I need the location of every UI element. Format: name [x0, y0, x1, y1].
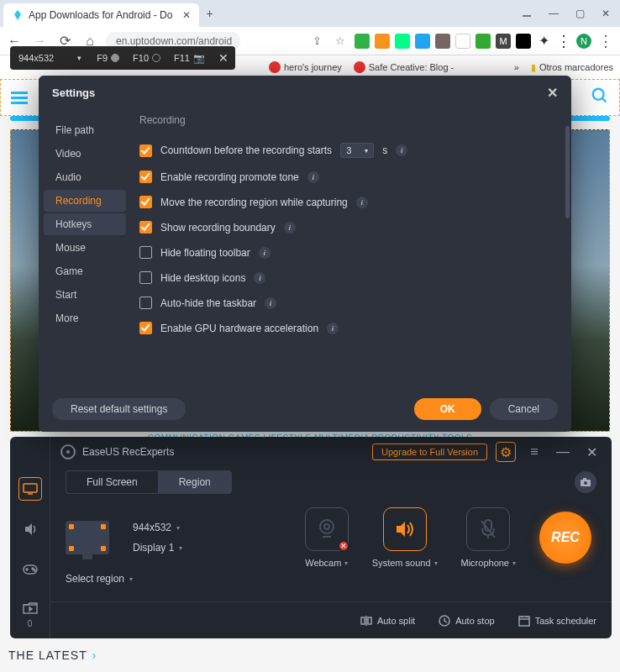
- devtool-f10[interactable]: F10: [126, 53, 167, 64]
- info-icon[interactable]: i: [259, 247, 271, 259]
- desktop-checkbox[interactable]: [139, 271, 152, 284]
- nav-start[interactable]: Start: [44, 284, 126, 306]
- bookmark-other[interactable]: ▮Otros marcadores: [531, 62, 613, 73]
- window-minimize2-icon[interactable]: —: [549, 8, 559, 20]
- nav-more[interactable]: More: [44, 307, 126, 329]
- ext-icon-2[interactable]: [375, 34, 390, 49]
- window-close-icon[interactable]: ✕: [602, 8, 610, 20]
- info-icon[interactable]: i: [356, 197, 368, 208]
- ext-icon-6[interactable]: [455, 34, 470, 49]
- scrollbar-thumb[interactable]: [565, 126, 570, 218]
- ext-icon-4[interactable]: [415, 34, 430, 49]
- info-icon[interactable]: i: [396, 144, 407, 156]
- taskbar-checkbox[interactable]: [139, 297, 152, 309]
- nav-file-path[interactable]: File path: [44, 119, 126, 141]
- window-minimize-icon[interactable]: [522, 8, 532, 20]
- new-tab-button[interactable]: +: [206, 7, 213, 20]
- record-button[interactable]: REC: [539, 512, 591, 564]
- webcam-source[interactable]: ✕: [305, 507, 349, 551]
- ext-icon-10[interactable]: ⋮: [556, 34, 571, 49]
- nav-recording[interactable]: Recording: [44, 190, 126, 212]
- task-scheduler-button[interactable]: Task scheduler: [518, 615, 596, 627]
- record-dot-icon: [111, 54, 119, 62]
- auto-split-button[interactable]: Auto split: [360, 615, 415, 627]
- gpu-checkbox[interactable]: [139, 322, 152, 334]
- nav-video[interactable]: Video: [44, 143, 126, 165]
- calendar-icon: [518, 615, 530, 627]
- star-icon[interactable]: ☆: [331, 34, 349, 47]
- info-icon[interactable]: i: [254, 272, 265, 284]
- menu-icon[interactable]: ⋮: [596, 32, 615, 50]
- window-maximize-icon[interactable]: ▢: [575, 8, 585, 20]
- settings-sidebar: File path Video Audio Recording Hotkeys …: [39, 109, 131, 386]
- boundary-checkbox[interactable]: [139, 221, 152, 234]
- nav-hotkeys[interactable]: Hotkeys: [44, 213, 126, 235]
- devtool-f11[interactable]: F11📷: [167, 53, 212, 64]
- disabled-badge-icon: ✕: [338, 540, 349, 552]
- extensions-icon[interactable]: ✦: [536, 34, 551, 49]
- svg-rect-14: [583, 478, 586, 480]
- upgrade-button[interactable]: Upgrade to Full Version: [372, 444, 487, 460]
- browser-tab[interactable]: App Downloads for Android - Do ✕: [3, 3, 199, 27]
- share-icon[interactable]: ⇪: [307, 34, 326, 47]
- info-icon[interactable]: i: [307, 171, 319, 183]
- ext-icon-5[interactable]: [435, 34, 450, 49]
- bookmark-link-1[interactable]: hero's journey: [269, 61, 342, 73]
- move-region-checkbox[interactable]: [139, 196, 152, 208]
- ext-icon-9[interactable]: [516, 34, 531, 49]
- ext-icon-8[interactable]: M: [496, 34, 511, 49]
- ext-icon-3[interactable]: [395, 34, 410, 49]
- tab-close-icon[interactable]: ✕: [182, 9, 191, 21]
- system-sound-source[interactable]: [383, 507, 427, 551]
- system-sound-dropdown[interactable]: System sound▾: [372, 558, 438, 568]
- nav-audio[interactable]: Audio: [44, 166, 126, 188]
- info-icon[interactable]: i: [284, 222, 296, 234]
- svg-rect-3: [24, 484, 37, 492]
- ok-button[interactable]: OK: [414, 398, 481, 420]
- menu-icon[interactable]: ≡: [524, 442, 544, 462]
- bookmark-more[interactable]: »: [514, 62, 519, 72]
- window-minimize-icon[interactable]: —: [553, 442, 573, 462]
- search-icon[interactable]: [591, 87, 609, 109]
- promote-checkbox[interactable]: [139, 171, 152, 183]
- mode-screen-icon[interactable]: [18, 477, 42, 501]
- cancel-button[interactable]: Cancel: [490, 398, 558, 420]
- latest-heading: THE LATEST›: [8, 648, 97, 662]
- nav-mouse[interactable]: Mouse: [44, 237, 126, 259]
- microphone-source[interactable]: [466, 507, 510, 551]
- ext-icon-1[interactable]: [355, 34, 370, 49]
- window-close-icon[interactable]: ✕: [581, 442, 602, 462]
- resolution-select[interactable]: 944x532▾: [133, 522, 182, 533]
- bookmark-link-2[interactable]: Safe Creative: Blog -: [354, 61, 454, 73]
- select-region-dropdown[interactable]: Select region▾: [50, 568, 612, 585]
- bookmark-icon: [354, 61, 365, 73]
- nav-game[interactable]: Game: [44, 260, 126, 282]
- microphone-dropdown[interactable]: Microphone▾: [461, 558, 516, 568]
- devtool-f9[interactable]: F9: [90, 53, 126, 64]
- mode-game-icon[interactable]: [18, 558, 42, 581]
- devtool-dimension[interactable]: 944x532▾: [10, 53, 90, 63]
- countdown-select[interactable]: 3▾: [340, 143, 374, 158]
- profile-avatar[interactable]: N: [576, 34, 591, 49]
- ext-icon-7[interactable]: [476, 34, 491, 49]
- auto-stop-button[interactable]: Auto stop: [439, 615, 494, 627]
- close-icon[interactable]: ✕: [547, 85, 558, 101]
- info-icon[interactable]: i: [265, 297, 276, 309]
- tab-full-screen[interactable]: Full Screen: [66, 470, 158, 494]
- svg-rect-20: [361, 617, 365, 624]
- floating-checkbox[interactable]: [139, 246, 152, 259]
- info-icon[interactable]: i: [327, 323, 339, 334]
- devtool-close[interactable]: ✕: [212, 51, 235, 65]
- mode-audio-icon[interactable]: [18, 517, 42, 541]
- webcam-dropdown[interactable]: Webcam▾: [305, 558, 348, 568]
- hamburger-icon[interactable]: [11, 89, 28, 107]
- screenshot-icon[interactable]: [575, 471, 596, 493]
- folder-icon[interactable]: [23, 602, 38, 617]
- countdown-label: Countdown before the recording starts: [160, 144, 332, 156]
- tab-region[interactable]: Region: [158, 470, 232, 494]
- reset-button[interactable]: Reset default settings: [52, 398, 186, 420]
- gear-icon[interactable]: ⚙: [496, 442, 516, 462]
- svg-point-16: [324, 524, 329, 529]
- display-select[interactable]: Display 1▾: [133, 542, 182, 554]
- countdown-checkbox[interactable]: [139, 144, 152, 157]
